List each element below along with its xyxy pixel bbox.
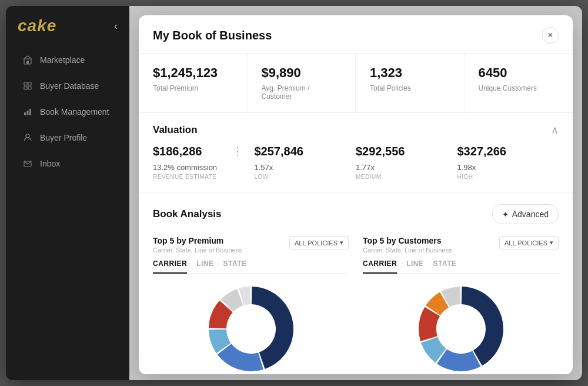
chart-tab-line-premium[interactable]: LINE <box>196 259 213 273</box>
chevron-down-icon-premium: ▾ <box>340 239 343 247</box>
donut-container-customers <box>363 282 559 374</box>
chart-tab-state-premium[interactable]: STATE <box>223 259 247 273</box>
val-multiplier-3: 1.77x <box>356 163 448 172</box>
val-multiplier-2: 1.57x <box>255 163 347 172</box>
chart-icon <box>22 107 33 117</box>
svg-rect-3 <box>28 82 31 85</box>
svg-rect-8 <box>29 109 31 115</box>
svg-rect-1 <box>26 61 29 64</box>
val-more-button[interactable]: ⋮ <box>232 145 243 158</box>
sidebar-logo-area: cake ‹ <box>6 6 129 42</box>
modal-overlay: My Book of Business × $1,245,123 Total P… <box>129 6 582 380</box>
chart-filter-customers[interactable]: ALL POLICIES ▾ <box>499 236 559 249</box>
chart-tab-carrier-customers[interactable]: CARRIER <box>363 259 397 274</box>
book-analysis-section: Book Analysis ✦ Advanced Top 5 by Premiu… <box>139 192 573 374</box>
donut-chart-premium <box>198 282 304 374</box>
charts-row: Top 5 by Premium Carrier, State, Line of… <box>153 236 559 374</box>
sidebar-item-buyer-profile[interactable]: Buyer Profile <box>11 126 125 149</box>
valuation-section: Valuation ∧ $186,286 ⋮ 13.2% commission … <box>139 113 573 192</box>
book-analysis-title: Book Analysis <box>153 208 222 220</box>
sidebar-item-buyer-database-label: Buyer Database <box>40 81 99 91</box>
chevron-down-icon-customers: ▾ <box>550 239 553 247</box>
sidebar-item-buyer-profile-label: Buyer Profile <box>40 133 87 142</box>
valuation-card-revenue: $186,286 ⋮ 13.2% commission REVENUE ESTI… <box>153 145 255 180</box>
main-content: My Book of Business × $1,245,123 Total P… <box>129 6 582 380</box>
chart-tab-carrier-premium[interactable]: CARRIER <box>153 259 187 274</box>
sidebar-item-marketplace-label: Marketplace <box>40 55 85 65</box>
advanced-icon: ✦ <box>502 210 509 219</box>
valuation-card-medium: $292,556 1.77x MEDIUM <box>356 145 457 180</box>
chart-panel-premium: Top 5 by Premium Carrier, State, Line of… <box>153 236 349 374</box>
total-premium-value: $1,245,123 <box>153 65 233 81</box>
valuation-title: Valuation <box>153 124 198 136</box>
val-multiplier-4: 1.98x <box>457 163 550 172</box>
unique-customers-value: 6450 <box>479 65 559 81</box>
grid-icon <box>22 81 33 91</box>
chart-panel-customers: Top 5 by Customers Carrier, State, Line … <box>363 236 559 374</box>
chart-tabs-customers: CARRIER LINE STATE <box>363 259 559 274</box>
book-analysis-header: Book Analysis ✦ Advanced <box>153 204 559 224</box>
chart-filter-label-customers: ALL POLICIES <box>505 239 547 247</box>
chart-tab-line-customers[interactable]: LINE <box>406 259 423 273</box>
sidebar-item-buyer-database[interactable]: Buyer Database <box>11 74 125 98</box>
total-policies-label: Total Policies <box>370 84 450 92</box>
chart-filter-premium[interactable]: ALL POLICIES ▾ <box>289 236 349 249</box>
stat-card-avg-premium: $9,890 Avg. Premium / Customer <box>248 54 356 112</box>
chart-tab-state-customers[interactable]: STATE <box>433 259 457 273</box>
mail-icon <box>22 158 33 169</box>
chart-info-premium: Top 5 by Premium Carrier, State, Line of… <box>153 236 242 254</box>
sidebar-item-marketplace[interactable]: Marketplace <box>11 48 125 72</box>
app-logo: cake <box>18 16 56 35</box>
svg-rect-5 <box>28 86 31 89</box>
chart-title-premium: Top 5 by Premium <box>153 236 242 245</box>
advanced-label: Advanced <box>512 209 549 219</box>
valuation-collapse-icon: ∧ <box>551 124 559 137</box>
valuation-card-low: $257,846 1.57x LOW <box>255 145 356 180</box>
val-amount-4: $327,266 <box>457 145 550 158</box>
sidebar: cake ‹ Marketplace <box>6 6 129 380</box>
building-icon <box>22 55 33 65</box>
modal-close-button[interactable]: × <box>542 27 559 44</box>
unique-customers-label: Unique Customers <box>479 84 559 92</box>
svg-rect-4 <box>24 86 27 89</box>
valuation-header[interactable]: Valuation ∧ <box>139 113 573 145</box>
app-frame: cake ‹ Marketplace <box>6 6 582 380</box>
valuation-cards: $186,286 ⋮ 13.2% commission REVENUE ESTI… <box>139 145 573 192</box>
donut-chart-customers <box>408 282 514 374</box>
modal-title: My Book of Business <box>153 29 272 42</box>
chart-top-premium: Top 5 by Premium Carrier, State, Line of… <box>153 236 349 254</box>
chart-info-customers: Top 5 by Customers Carrier, State, Line … <box>363 236 452 254</box>
chart-tabs-premium: CARRIER LINE STATE <box>153 259 349 274</box>
svg-point-9 <box>26 134 29 138</box>
val-sublabel-3: MEDIUM <box>356 174 448 180</box>
val-commission: 13.2% commission <box>153 163 245 172</box>
val-amount-3: $292,556 <box>356 145 448 158</box>
svg-rect-2 <box>24 82 27 85</box>
modal-header: My Book of Business × <box>139 15 573 53</box>
stats-row: $1,245,123 Total Premium $9,890 Avg. Pre… <box>139 53 573 113</box>
total-policies-value: 1,323 <box>370 65 450 81</box>
stat-card-total-policies: 1,323 Total Policies <box>356 54 465 112</box>
valuation-card-high: $327,266 1.98x HIGH <box>457 145 559 180</box>
sidebar-item-book-management[interactable]: Book Management <box>11 100 125 124</box>
chart-subtitle-customers: Carrier, State, Line of Business <box>363 247 452 254</box>
val-commission-label: REVENUE ESTIMATE <box>153 174 245 180</box>
val-sublabel-4: HIGH <box>457 174 550 180</box>
svg-rect-6 <box>24 112 26 115</box>
sidebar-item-inbox-label: Inbox <box>40 159 60 168</box>
stat-card-total-premium: $1,245,123 Total Premium <box>139 54 248 112</box>
donut-container-premium <box>153 282 349 374</box>
stat-card-unique-customers: 6450 Unique Customers <box>465 54 573 112</box>
sidebar-collapse-button[interactable]: ‹ <box>114 20 118 32</box>
chart-title-customers: Top 5 by Customers <box>363 236 452 245</box>
sidebar-nav: Marketplace Buyer Database <box>6 42 129 181</box>
chart-top-customers: Top 5 by Customers Carrier, State, Line … <box>363 236 559 254</box>
user-icon <box>22 132 33 143</box>
advanced-button[interactable]: ✦ Advanced <box>492 204 559 224</box>
chart-filter-label-premium: ALL POLICIES <box>295 239 338 247</box>
val-amount-1: $186,286 <box>153 145 245 158</box>
avg-premium-value: $9,890 <box>262 65 342 81</box>
chart-subtitle-premium: Carrier, State, Line of Business <box>153 247 242 254</box>
sidebar-item-inbox[interactable]: Inbox <box>11 152 125 175</box>
modal: My Book of Business × $1,245,123 Total P… <box>139 15 573 374</box>
